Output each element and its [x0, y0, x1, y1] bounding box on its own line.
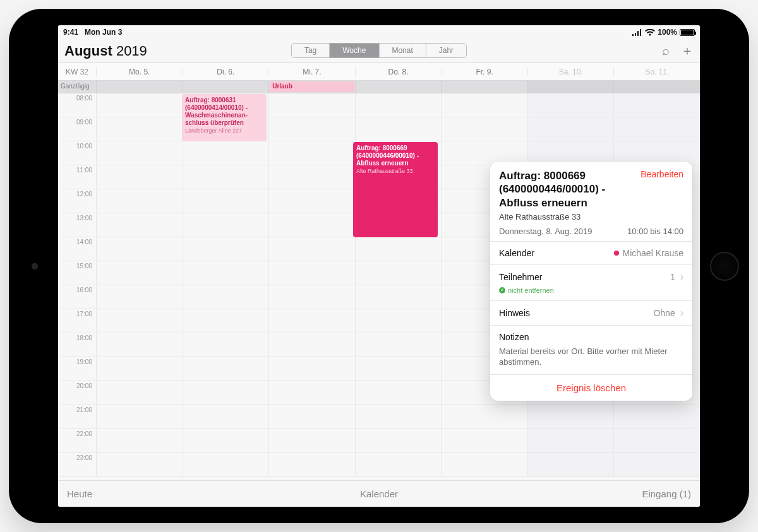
hour-cell[interactable]	[96, 141, 183, 165]
day-sun[interactable]: So. 11.	[613, 68, 700, 76]
day-sat[interactable]: Sa. 10.	[527, 68, 614, 76]
day-wed[interactable]: Mi. 7.	[268, 68, 355, 76]
hour-cell[interactable]	[183, 381, 269, 405]
hour-cell[interactable]	[183, 165, 269, 189]
day-tue[interactable]: Di. 6.	[183, 68, 269, 76]
hour-cell[interactable]	[183, 333, 269, 357]
hour-cell[interactable]	[527, 429, 614, 452]
hour-cell[interactable]	[268, 309, 355, 333]
hour-cell[interactable]	[268, 213, 355, 237]
hour-cell[interactable]	[441, 117, 527, 141]
hour-cell[interactable]	[183, 213, 269, 237]
hour-cell[interactable]	[96, 261, 183, 285]
hour-cell[interactable]	[96, 165, 183, 189]
home-button[interactable]	[710, 252, 739, 281]
hour-cell[interactable]	[527, 117, 614, 141]
hour-cell[interactable]	[183, 189, 269, 213]
allday-wed[interactable]: Urlaub	[268, 81, 355, 93]
hour-cell[interactable]	[355, 117, 442, 141]
hour-cell[interactable]	[268, 405, 355, 429]
delete-event-button[interactable]: Ereignis löschen	[490, 374, 692, 401]
hour-cell[interactable]	[96, 309, 183, 333]
hour-cell[interactable]	[96, 453, 183, 476]
hour-cell[interactable]	[613, 117, 700, 141]
hour-cell[interactable]	[355, 429, 442, 452]
hour-cell[interactable]	[268, 141, 355, 165]
hour-cell[interactable]	[183, 237, 269, 261]
hour-cell[interactable]	[96, 405, 183, 429]
hour-cell[interactable]	[613, 453, 700, 476]
hour-cell[interactable]	[613, 405, 700, 429]
hour-cell[interactable]	[96, 429, 183, 452]
hour-cell[interactable]	[183, 453, 269, 476]
allday-sun[interactable]	[613, 81, 700, 93]
allday-event-urlaub[interactable]: Urlaub	[270, 81, 354, 92]
hour-cell[interactable]	[183, 309, 269, 333]
hour-cell[interactable]	[355, 333, 442, 357]
hour-cell[interactable]	[613, 429, 700, 452]
hour-cell[interactable]	[355, 309, 442, 333]
hour-cell[interactable]	[96, 117, 183, 141]
hour-cell[interactable]	[268, 333, 355, 357]
event-8000631[interactable]: Auftrag: 8000631 (6400000414/00010) - Wa…	[182, 94, 267, 141]
hour-cell[interactable]	[183, 429, 269, 452]
hour-cell[interactable]	[268, 117, 355, 141]
hour-cell[interactable]	[96, 213, 183, 237]
allday-thu[interactable]	[355, 81, 442, 93]
hour-cell[interactable]	[268, 165, 355, 189]
hour-cell[interactable]	[96, 333, 183, 357]
day-fri[interactable]: Fr. 9.	[441, 68, 527, 76]
hour-cell[interactable]	[613, 93, 700, 117]
inbox-button[interactable]: Eingang (1)	[642, 488, 691, 499]
add-icon[interactable]: ＋	[681, 42, 694, 59]
allday-sat[interactable]	[527, 81, 614, 93]
allday-fri[interactable]	[441, 81, 527, 93]
seg-year[interactable]: Jahr	[426, 44, 466, 57]
hour-cell[interactable]	[268, 189, 355, 213]
seg-day[interactable]: Tag	[292, 44, 330, 57]
hour-cell[interactable]	[527, 453, 614, 476]
hour-cell[interactable]	[96, 357, 183, 381]
hour-cell[interactable]	[268, 429, 355, 452]
hour-cell[interactable]	[527, 93, 614, 117]
allday-tue[interactable]	[183, 81, 269, 93]
today-button[interactable]: Heute	[67, 488, 92, 499]
search-icon[interactable]: ⌕	[662, 44, 670, 58]
hour-cell[interactable]	[183, 405, 269, 429]
day-mon[interactable]: Mo. 5.	[96, 68, 183, 76]
hour-cell[interactable]	[355, 237, 442, 261]
hour-cell[interactable]	[527, 405, 614, 429]
hour-cell[interactable]	[268, 357, 355, 381]
edit-button[interactable]: Bearbeiten	[641, 169, 683, 179]
calendars-button[interactable]: Kalender	[360, 488, 398, 499]
hour-cell[interactable]	[183, 261, 269, 285]
hour-cell[interactable]	[268, 453, 355, 476]
hour-cell[interactable]	[96, 237, 183, 261]
calendar-row[interactable]: Kalender Michael Krause	[490, 241, 692, 264]
hour-cell[interactable]	[183, 285, 269, 309]
hour-cell[interactable]	[355, 405, 442, 429]
hour-cell[interactable]	[441, 453, 527, 476]
hour-cell[interactable]	[268, 285, 355, 309]
hour-cell[interactable]	[355, 285, 442, 309]
hour-cell[interactable]	[96, 189, 183, 213]
hour-cell[interactable]	[355, 357, 442, 381]
event-8000669[interactable]: Auftrag: 8000669 (6400000446/00010) - Ab…	[353, 142, 438, 237]
hour-cell[interactable]	[355, 381, 442, 405]
hint-row[interactable]: Hinweis Ohne ›	[490, 300, 692, 325]
hour-cell[interactable]	[268, 381, 355, 405]
hour-cell[interactable]	[441, 93, 527, 117]
allday-mon[interactable]	[96, 81, 183, 93]
hour-cell[interactable]	[96, 381, 183, 405]
participants-row[interactable]: Teilnehmer 1 › ✓ nicht entfernen	[490, 264, 692, 300]
hour-cell[interactable]	[268, 261, 355, 285]
hour-cell[interactable]	[183, 357, 269, 381]
hour-cell[interactable]	[441, 429, 527, 452]
hour-cell[interactable]	[268, 237, 355, 261]
hour-cell[interactable]	[96, 93, 183, 117]
seg-week[interactable]: Woche	[330, 44, 379, 57]
hour-cell[interactable]	[441, 405, 527, 429]
hour-cell[interactable]	[183, 141, 269, 165]
day-thu[interactable]: Do. 8.	[355, 68, 442, 76]
hour-cell[interactable]	[355, 453, 442, 476]
